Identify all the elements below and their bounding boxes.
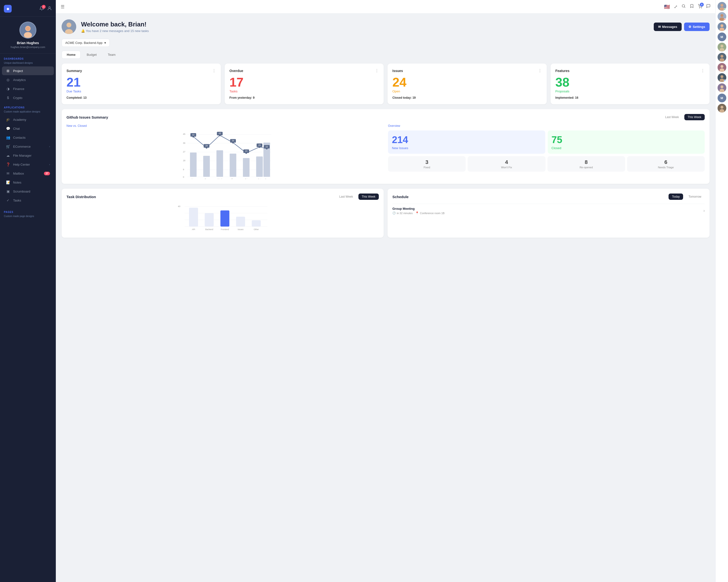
sidebar-item-label: Chat [13,127,20,131]
settings-button[interactable]: ⚙ Settings [684,23,709,31]
card-label-1: Tasks [230,89,379,93]
schedule-tomorrow-btn[interactable]: Tomorrow [685,194,705,200]
svg-text:API: API [192,228,195,231]
flag-icon[interactable]: 🇺🇸 [664,4,670,10]
expand-icon[interactable]: ⤢ [674,4,678,9]
sidebar-item-scrumboard[interactable]: ▣ Scrumboard [2,187,54,196]
card-title-1: Overdue [230,69,243,73]
svg-text:Fri: Fri [245,178,248,179]
chart-area: New vs. Closed 45 36 27 18 9 0 [67,124,383,179]
sidebar-item-helpcenter[interactable]: ❓ Help Center › [2,160,54,169]
topbar: ☰ 🇺🇸 ⤢ 5 [56,0,716,13]
right-avatar-2[interactable] [718,22,726,31]
card-footer-2: Closed today: 19 [392,96,542,100]
sub-number-0: 3 [391,159,463,165]
schedule-chevron-icon[interactable]: › [703,209,705,213]
dashboards-sublabel: Unique dashboard designs [0,62,56,66]
scrumboard-icon: ▣ [6,189,10,193]
svg-point-47 [219,134,220,136]
svg-point-7 [699,8,700,8]
tab-budget[interactable]: Budget [81,51,102,59]
notification-icon[interactable]: 3 [39,6,44,11]
card-menu-0[interactable]: ⋮ [212,68,216,73]
svg-text:Frontend: Frontend [221,228,229,231]
right-avatar-10[interactable] [718,104,726,113]
card-menu-1[interactable]: ⋮ [375,68,379,73]
svg-rect-68 [252,220,261,226]
card-menu-2[interactable]: ⋮ [538,68,542,73]
sidebar-item-label: Help Center [13,163,30,166]
right-avatar-5[interactable] [718,53,726,62]
svg-rect-64 [189,208,198,227]
sidebar-item-notes[interactable]: 📝 Notes [2,178,54,187]
sidebar-item-crypto[interactable]: $ Crypto [2,93,54,102]
gear-icon: ⚙ [688,25,691,29]
sidebar-item-contacts[interactable]: 👥 Contacts [2,133,54,142]
right-avatar-9[interactable]: M [718,93,726,102]
svg-point-0 [49,6,50,8]
search-icon[interactable] [681,4,686,9]
schedule-time: 🕐 in 32 minutes [392,212,413,215]
applications-label: APPLICATIONS [0,102,56,110]
github-this-week-btn[interactable]: This Week [684,114,705,120]
sidebar-item-filemanager[interactable]: ☁ File Manager [2,151,54,160]
user-circle-icon[interactable] [47,6,52,11]
github-last-week-btn[interactable]: Last Week [662,114,682,120]
svg-line-6 [684,7,685,7]
tab-team[interactable]: Team [103,51,121,59]
sidebar-item-project[interactable]: ⊞ Project [2,66,54,75]
sidebar-item-tasks[interactable]: ✓ Tasks [2,196,54,205]
task-distribution-title: Task Distribution [67,195,96,199]
github-content: New vs. Closed 45 36 27 18 9 0 [67,124,705,179]
cart-icon[interactable]: 5 [698,4,702,9]
svg-point-10 [67,23,71,27]
sub-card-2: 8 Re-opened [547,156,625,172]
svg-point-93 [721,75,723,78]
svg-rect-25 [203,156,210,177]
project-selector[interactable]: ACME Corp. Backend App ▾ [62,39,110,47]
right-avatar-3[interactable]: M [718,32,726,41]
bookmark-icon[interactable] [690,4,694,9]
pages-section: PAGES Custom made page designs [0,207,56,219]
dropdown-chevron-icon: ▾ [104,41,106,45]
right-avatar-7[interactable] [718,73,726,82]
svg-text:Sun: Sun [265,178,269,179]
task-distribution-card: Task Distribution Last Week This Week 40 [62,189,384,238]
schedule-item-0: Group Meeting 🕐 in 32 minutes 📍 Conferen… [392,204,705,218]
svg-point-3 [24,32,32,38]
svg-text:36: 36 [183,142,185,144]
right-avatar-0[interactable] [718,2,726,11]
card-menu-3[interactable]: ⋮ [701,68,705,73]
right-avatar-1[interactable] [718,12,726,21]
svg-text:18: 18 [183,159,185,162]
filemanager-icon: ☁ [6,154,10,157]
sub-label-0: Fixed [391,166,463,169]
right-avatar-8[interactable] [718,83,726,92]
messages-button[interactable]: ✉ Messages [654,23,682,31]
app-logo[interactable]: ◆ [4,5,11,12]
right-avatar-6[interactable] [718,63,726,72]
schedule-today-btn[interactable]: Today [669,194,683,200]
welcome-buttons: ✉ Messages ⚙ Settings [654,23,709,31]
task-last-week-btn[interactable]: Last Week [336,194,356,200]
tab-home[interactable]: Home [62,51,81,59]
task-distribution-header: Task Distribution Last Week This Week [67,194,379,200]
task-period-buttons: Last Week This Week [336,194,379,200]
sidebar-item-analytics[interactable]: ◎ Analytics [2,76,54,84]
new-issues-card: 214 New Issues [388,131,545,154]
sidebar-item-label: Analytics [13,78,26,82]
github-issues-section: Github Issues Summary Last Week This Wee… [62,109,709,184]
sidebar-item-finance[interactable]: ◑ Finance [2,84,54,93]
right-avatar-4[interactable] [718,43,726,51]
sidebar-item-chat[interactable]: 💬 Chat [2,124,54,133]
task-this-week-btn[interactable]: This Week [358,194,379,200]
chat-topbar-icon[interactable] [706,4,710,9]
sidebar-item-ecommerce[interactable]: 🛒 ECommerce › [2,142,54,151]
sidebar-item-mailbox[interactable]: ✉ Mailbox 27 [2,169,54,178]
schedule-item-title: Group Meeting [392,207,445,211]
menu-icon[interactable]: ☰ [61,4,64,9]
sub-label-2: Re-opened [550,166,622,169]
card-label-3: Proposals [555,89,705,93]
sidebar-item-academy[interactable]: 🎓 Academy [2,115,54,124]
welcome-avatar [62,20,76,34]
